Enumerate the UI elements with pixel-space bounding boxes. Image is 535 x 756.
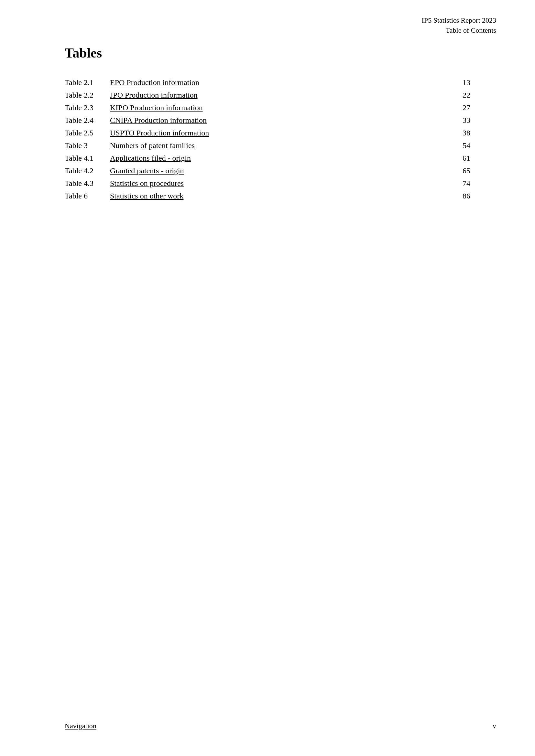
entry-title: JPO Production information — [110, 91, 198, 99]
table-row: Table 4.1Applications filed - origin61 — [65, 152, 470, 165]
table-row: Table 4.3Statistics on procedures74 — [65, 177, 470, 190]
toc-entry-link[interactable]: Table 4.3Statistics on procedures — [65, 179, 184, 187]
toc-page-number: 65 — [430, 165, 470, 177]
navigation-link[interactable]: Navigation — [65, 722, 97, 730]
table-row: Table 2.1EPO Production information13 — [65, 76, 470, 89]
table-row: Table 2.2JPO Production information22 — [65, 89, 470, 101]
toc-entry-cell: Table 2.2JPO Production information — [65, 89, 430, 101]
entry-title: Numbers of patent families — [110, 141, 195, 149]
page-footer: Navigation v — [65, 722, 496, 730]
toc-page-number: 33 — [430, 114, 470, 127]
toc-page-number: 27 — [430, 101, 470, 114]
toc-entry-cell: Table 3Numbers of patent families — [65, 139, 430, 152]
toc-entry-cell: Table 2.3KIPO Production information — [65, 101, 430, 114]
toc-page-number: 13 — [430, 76, 470, 89]
entry-number: Table 4.1 — [65, 154, 110, 163]
table-row: Table 2.5USPTO Production information38 — [65, 127, 470, 139]
toc-entry-cell: Table 4.3Statistics on procedures — [65, 177, 430, 190]
header-line2: Table of Contents — [422, 26, 496, 36]
toc-entry-link[interactable]: Table 2.3KIPO Production information — [65, 103, 203, 112]
toc-entry-link[interactable]: Table 2.5USPTO Production information — [65, 129, 209, 137]
entry-number: Table 2.4 — [65, 116, 110, 125]
entry-number: Table 2.3 — [65, 103, 110, 112]
toc-entry-link[interactable]: Table 2.2JPO Production information — [65, 91, 198, 99]
toc-page-number: 22 — [430, 89, 470, 101]
page-header: IP5 Statistics Report 2023 Table of Cont… — [422, 15, 496, 36]
header-line1: IP5 Statistics Report 2023 — [422, 15, 496, 26]
toc-entry-link[interactable]: Table 6Statistics on other work — [65, 192, 183, 200]
entry-title: KIPO Production information — [110, 103, 203, 112]
toc-entry-cell: Table 2.5USPTO Production information — [65, 127, 430, 139]
entry-title: Granted patents - origin — [110, 167, 184, 175]
toc-entry-cell: Table 2.4CNIPA Production information — [65, 114, 430, 127]
table-row: Table 2.3KIPO Production information27 — [65, 101, 470, 114]
toc-entry-link[interactable]: Table 2.4CNIPA Production information — [65, 116, 207, 124]
entry-title: Applications filed - origin — [110, 154, 191, 162]
table-row: Table 2.4CNIPA Production information33 — [65, 114, 470, 127]
entry-number: Table 3 — [65, 141, 110, 150]
toc-entry-cell: Table 2.1EPO Production information — [65, 76, 430, 89]
toc-entry-cell: Table 4.1Applications filed - origin — [65, 152, 430, 165]
section-title: Tables — [65, 45, 470, 61]
entry-number: Table 4.3 — [65, 179, 110, 188]
entry-number: Table 2.5 — [65, 129, 110, 137]
entry-number: Table 2.1 — [65, 78, 110, 87]
entry-number: Table 6 — [65, 192, 110, 201]
toc-page-number: 86 — [430, 190, 470, 202]
table-row: Table 4.2Granted patents - origin65 — [65, 165, 470, 177]
toc-page-number: 38 — [430, 127, 470, 139]
entry-title: EPO Production information — [110, 78, 199, 87]
table-row: Table 6Statistics on other work86 — [65, 190, 470, 202]
toc-page-number: 74 — [430, 177, 470, 190]
toc-entry-link[interactable]: Table 4.2Granted patents - origin — [65, 167, 184, 175]
table-row: Table 3Numbers of patent families54 — [65, 139, 470, 152]
entry-title: Statistics on procedures — [110, 179, 184, 187]
toc-table: Table 2.1EPO Production information13Tab… — [65, 76, 470, 202]
entry-number: Table 2.2 — [65, 91, 110, 99]
entry-title: USPTO Production information — [110, 129, 209, 137]
page: IP5 Statistics Report 2023 Table of Cont… — [0, 0, 535, 756]
toc-entry-cell: Table 6Statistics on other work — [65, 190, 430, 202]
toc-entry-link[interactable]: Table 3Numbers of patent families — [65, 141, 195, 149]
entry-title: Statistics on other work — [110, 192, 183, 200]
toc-entry-link[interactable]: Table 4.1Applications filed - origin — [65, 154, 191, 162]
toc-entry-link[interactable]: Table 2.1EPO Production information — [65, 78, 199, 87]
entry-title: CNIPA Production information — [110, 116, 207, 124]
main-content: Tables Table 2.1EPO Production informati… — [65, 45, 470, 202]
page-number: v — [493, 722, 496, 730]
toc-entry-cell: Table 4.2Granted patents - origin — [65, 165, 430, 177]
toc-page-number: 61 — [430, 152, 470, 165]
toc-page-number: 54 — [430, 139, 470, 152]
entry-number: Table 4.2 — [65, 167, 110, 175]
